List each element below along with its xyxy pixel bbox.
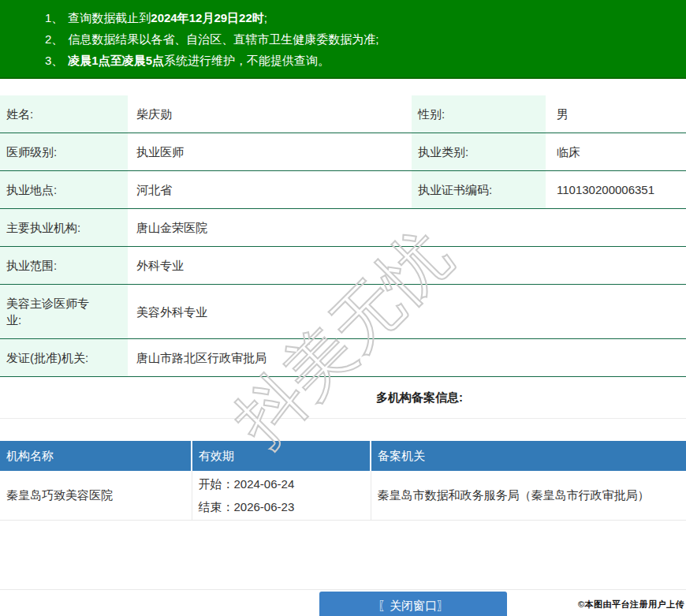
table-row: 美容主诊医师专业: 美容外科专业 <box>0 285 686 339</box>
table-row: 执业范围: 外科专业 <box>0 247 686 285</box>
institution-name: 秦皇岛巧致美容医院 <box>0 471 192 521</box>
notice-line-2: 2、信息数据结果以各省、自治区、直辖市卫生健康委数据为准; <box>45 28 678 50</box>
column-header-authority: 备案机关 <box>371 441 686 471</box>
doctor-level-label: 医师级别: <box>0 133 128 171</box>
certificate-number-value: 110130200006351 <box>546 171 686 209</box>
practice-location-label: 执业地点: <box>0 171 128 209</box>
validity-period: 开始：2024-06-24 结束：2026-06-23 <box>192 471 371 521</box>
table-row: 执业地点: 河北省 执业证书编码: 110130200006351 <box>0 171 686 209</box>
notice-text-bold: 2024年12月29日22时 <box>151 11 263 24</box>
practice-category-value: 临床 <box>546 133 686 171</box>
table-row: 发证(批准)机关: 唐山市路北区行政审批局 <box>0 339 686 377</box>
doctor-info-table: 姓名: 柴庆勋 性别: 男 医师级别: 执业医师 执业类别: 临床 执业地点: … <box>0 95 686 377</box>
issuing-authority-value: 唐山市路北区行政审批局 <box>128 339 686 377</box>
notice-text: ; <box>264 11 267 24</box>
cosmetic-specialty-label: 美容主诊医师专业: <box>0 285 128 339</box>
copyright-note: ©本图由平台注册用户上传 <box>578 599 684 610</box>
gender-label: 性别: <box>412 95 546 133</box>
cosmetic-specialty-value: 美容外科专业 <box>128 285 686 339</box>
name-label: 姓名: <box>0 95 128 133</box>
table-row: 姓名: 柴庆勋 性别: 男 <box>0 95 686 133</box>
gender-value: 男 <box>546 95 686 133</box>
multi-org-section-title: 多机构备案信息: <box>0 377 686 419</box>
doctor-level-value: 执业医师 <box>128 133 412 171</box>
practice-scope-label: 执业范围: <box>0 247 128 285</box>
practice-scope-value: 外科专业 <box>128 247 686 285</box>
table-row: 主要执业机构: 唐山金荣医院 <box>0 209 686 247</box>
name-value: 柴庆勋 <box>128 95 412 133</box>
multi-org-table: 机构名称 有效期 备案机关 秦皇岛巧致美容医院 开始：2024-06-24 结束… <box>0 441 686 521</box>
notice-number: 3、 <box>45 54 63 67</box>
practice-location-value: 河北省 <box>128 171 412 209</box>
close-window-button[interactable]: 〖关闭窗口〗 <box>319 592 507 616</box>
notice-banner: 1、查询数据截止到2024年12月29日22时; 2、信息数据结果以各省、自治区… <box>0 0 686 79</box>
footer-divider <box>0 589 686 590</box>
table-header-row: 机构名称 有效期 备案机关 <box>0 441 686 471</box>
notice-line-1: 1、查询数据截止到2024年12月29日22时; <box>45 7 678 28</box>
validity-end: 结束：2026-06-23 <box>199 495 363 518</box>
table-row: 医师级别: 执业医师 执业类别: 临床 <box>0 133 686 171</box>
notice-line-3: 3、凌晨1点至凌晨5点系统进行维护，不能提供查询。 <box>45 50 678 71</box>
table-row: 秦皇岛巧致美容医院 开始：2024-06-24 结束：2026-06-23 秦皇… <box>0 471 686 521</box>
notice-number: 2、 <box>45 32 63 46</box>
notice-number: 1、 <box>45 11 63 24</box>
notice-text: 系统进行维护，不能提供查询。 <box>164 54 330 67</box>
practice-category-label: 执业类别: <box>412 133 546 171</box>
issuing-authority-label: 发证(批准)机关: <box>0 339 128 377</box>
validity-start: 开始：2024-06-24 <box>199 472 363 495</box>
column-header-validity: 有效期 <box>192 441 371 471</box>
notice-text: 信息数据结果以各省、自治区、直辖市卫生健康委数据为准; <box>68 32 378 46</box>
notice-text-bold: 凌晨1点至凌晨5点 <box>68 54 164 67</box>
certificate-number-label: 执业证书编码: <box>412 171 546 209</box>
main-institution-value: 唐山金荣医院 <box>128 209 686 247</box>
filing-authority: 秦皇岛市数据和政务服务局（秦皇岛市行政审批局） <box>371 471 686 521</box>
notice-text: 查询数据截止到 <box>68 11 151 24</box>
main-institution-label: 主要执业机构: <box>0 209 128 247</box>
column-header-institution: 机构名称 <box>0 441 192 471</box>
